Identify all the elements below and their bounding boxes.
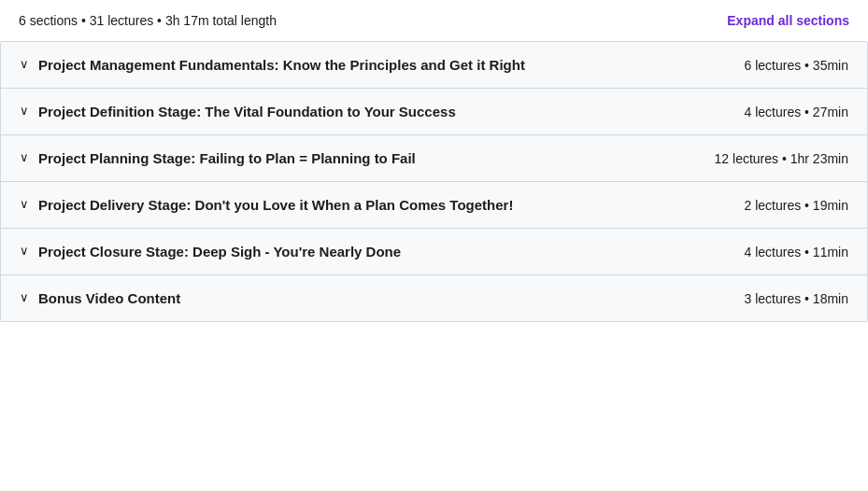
section-item[interactable]: ∨Project Delivery Stage: Don't you Love …	[1, 182, 867, 229]
section-meta: 3 lectures • 18min	[744, 291, 848, 306]
section-meta: 4 lectures • 27min	[744, 105, 848, 119]
section-item[interactable]: ∨Project Management Fundamentals: Know t…	[1, 42, 867, 89]
course-content-widget: 6 sections • 31 lectures • 3h 17m total …	[0, 0, 868, 322]
course-header: 6 sections • 31 lectures • 3h 17m total …	[0, 0, 868, 41]
section-title: Project Management Fundamentals: Know th…	[38, 55, 525, 75]
section-meta: 12 lectures • 1hr 23min	[715, 151, 848, 166]
section-left: ∨Project Planning Stage: Failing to Plan…	[20, 148, 696, 168]
chevron-down-icon: ∨	[20, 150, 29, 164]
section-title: Bonus Video Content	[38, 288, 180, 308]
section-item[interactable]: ∨Project Definition Stage: The Vital Fou…	[1, 89, 867, 135]
section-left: ∨Project Closure Stage: Deep Sigh - You'…	[20, 242, 725, 261]
section-left: ∨Project Management Fundamentals: Know t…	[20, 55, 725, 75]
section-item[interactable]: ∨Project Closure Stage: Deep Sigh - You'…	[1, 229, 867, 275]
course-meta-text: 6 sections • 31 lectures • 3h 17m total …	[19, 13, 277, 28]
chevron-down-icon: ∨	[20, 197, 29, 211]
section-title: Project Definition Stage: The Vital Foun…	[38, 102, 456, 121]
section-title: Project Closure Stage: Deep Sigh - You'r…	[38, 242, 401, 261]
section-left: ∨Project Definition Stage: The Vital Fou…	[20, 102, 725, 121]
section-meta: 4 lectures • 11min	[744, 245, 848, 260]
section-left: ∨Bonus Video Content	[20, 288, 725, 308]
section-meta: 6 lectures • 35min	[744, 58, 848, 73]
sections-list: ∨Project Management Fundamentals: Know t…	[0, 41, 868, 322]
expand-all-button[interactable]: Expand all sections	[727, 13, 849, 28]
chevron-down-icon: ∨	[20, 290, 29, 304]
section-meta: 2 lectures • 19min	[744, 198, 848, 213]
section-left: ∨Project Delivery Stage: Don't you Love …	[20, 195, 725, 215]
chevron-down-icon: ∨	[20, 244, 29, 258]
chevron-down-icon: ∨	[20, 104, 29, 118]
section-title: Project Planning Stage: Failing to Plan …	[38, 148, 416, 168]
section-item[interactable]: ∨Bonus Video Content3 lectures • 18min	[1, 275, 867, 321]
section-title: Project Delivery Stage: Don't you Love i…	[38, 195, 513, 215]
chevron-down-icon: ∨	[20, 57, 29, 71]
section-item[interactable]: ∨Project Planning Stage: Failing to Plan…	[1, 135, 867, 182]
